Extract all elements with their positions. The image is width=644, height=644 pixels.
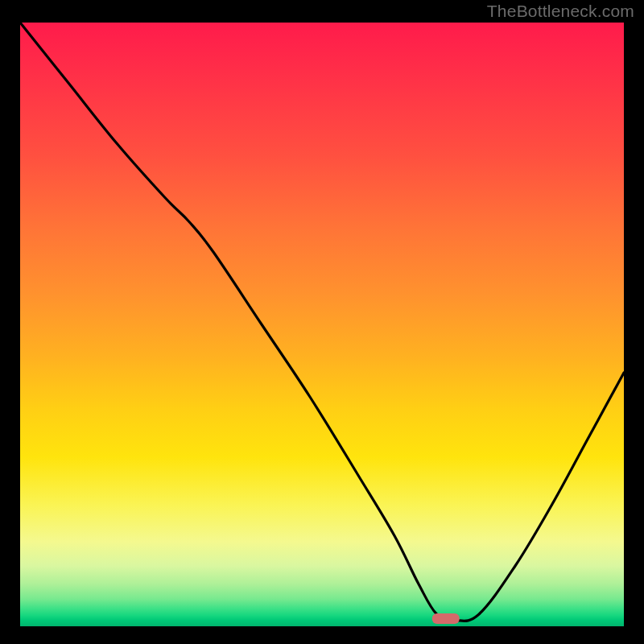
- curve-svg: [20, 23, 624, 626]
- bottleneck-curve-path: [20, 23, 624, 621]
- watermark-text: TheBottleneck.com: [487, 2, 634, 21]
- chart-container: TheBottleneck.com: [0, 0, 644, 644]
- optimum-marker: [432, 613, 460, 624]
- plot-area: [20, 23, 624, 626]
